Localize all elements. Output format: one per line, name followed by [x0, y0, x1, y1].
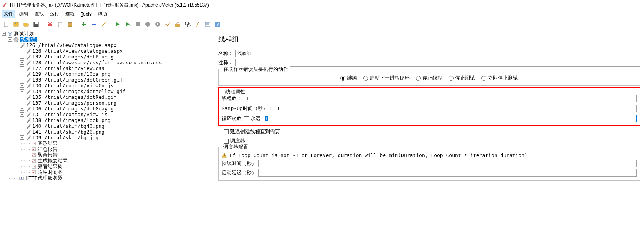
menu-help[interactable]: 帮助 [95, 10, 109, 18]
tree-sampler[interactable]: +134 /trial/images/dotYellow.gif [2, 88, 214, 94]
templates-button[interactable] [12, 20, 21, 29]
start-no-timers-button[interactable] [123, 20, 132, 29]
delay-create-checkbox[interactable] [224, 129, 229, 134]
expander-icon[interactable]: + [20, 83, 24, 88]
radio-icon[interactable] [416, 76, 421, 81]
collapse-icon[interactable]: − [8, 37, 12, 42]
tree-listener[interactable]: ····生成概要结果 [2, 158, 214, 164]
new-button[interactable] [2, 20, 11, 29]
tree-sampler[interactable]: +135 /trial/images/dotRed.gif [2, 94, 214, 100]
expander-icon[interactable]: + [20, 89, 24, 93]
duration-input[interactable] [258, 160, 637, 167]
clear-all-button[interactable] [173, 20, 182, 29]
svg-point-30 [29, 72, 31, 73]
expander-icon[interactable]: − [14, 43, 18, 47]
remove-button[interactable] [89, 20, 98, 29]
tree-proxy[interactable]: ···· HTTP代理服务器 [2, 175, 214, 181]
add-button[interactable] [79, 20, 88, 29]
tree-listener[interactable]: ····汇总报告 [2, 146, 214, 152]
search-button[interactable] [183, 20, 192, 29]
menu-file[interactable]: 文件 [2, 10, 15, 18]
on-error-option[interactable]: 停止线程 [416, 75, 442, 82]
save-button[interactable] [32, 20, 41, 29]
start-button[interactable] [113, 20, 122, 29]
tree-sampler[interactable]: −126 /trial/view/catalogue.aspx [2, 42, 214, 48]
delay-create-row[interactable]: 延迟创建线程直到需要 [224, 128, 640, 135]
radio-icon[interactable] [449, 76, 454, 81]
tree-sampler[interactable]: +131 /trial/common/view.js [2, 112, 214, 117]
expander-icon[interactable]: + [20, 130, 24, 134]
tree-thread-group[interactable]: − 线程组 [2, 37, 214, 42]
loop-input[interactable]: 1 [263, 115, 637, 122]
menu-edit[interactable]: 编辑 [17, 10, 31, 18]
on-error-option[interactable]: 立即停止测试 [481, 75, 518, 82]
tree-root[interactable]: − 测试计划 [2, 31, 214, 37]
on-error-option[interactable]: 停止测试 [449, 75, 475, 82]
tree-sampler[interactable]: +126 /trial/view/catalogue.aspx [2, 48, 214, 54]
menu-run[interactable]: 运行 [48, 10, 62, 18]
tree-sampler[interactable]: +141 /trial/skin/bg20.png [2, 129, 214, 135]
help-button[interactable]: ? [213, 20, 222, 29]
tree-sampler[interactable]: +138 /trial/images/lock.png [2, 117, 214, 123]
reset-search-button[interactable] [193, 20, 202, 29]
expander-icon[interactable]: + [20, 112, 24, 117]
clear-button[interactable] [163, 20, 172, 29]
menu-options[interactable]: 选项 [63, 10, 77, 18]
scheduler-row[interactable]: 调度器 [224, 137, 640, 144]
tree-listener[interactable]: ····察看结果树 [2, 164, 214, 169]
shutdown-button[interactable] [143, 20, 152, 29]
forever-checkbox[interactable] [244, 116, 249, 121]
svg-point-34 [29, 95, 31, 97]
cut-button[interactable] [45, 20, 55, 29]
on-error-option[interactable]: 继续 [340, 75, 357, 82]
tree-pane[interactable]: − 测试计划 − 线程组 −126 /trial/view/catalogue.… [0, 30, 214, 247]
svg-point-32 [29, 83, 31, 85]
tree-sampler[interactable]: +132 /trial/images/dotBlue.gif [2, 54, 214, 60]
menu-tools[interactable]: Tools [78, 11, 94, 18]
tree-listener[interactable]: ····响应时间图 [2, 169, 214, 175]
tree-listener[interactable]: ····聚合报告 [2, 152, 214, 158]
expander-icon[interactable]: + [20, 124, 24, 128]
tree-listener[interactable]: ····图形结果 [2, 140, 214, 146]
startup-delay-input[interactable] [258, 169, 637, 177]
app-icon [2, 2, 8, 8]
expander-icon[interactable]: + [20, 60, 24, 65]
expander-icon[interactable]: + [20, 49, 24, 53]
radio-icon[interactable] [481, 76, 486, 81]
expander-icon[interactable]: + [20, 118, 24, 122]
tree-sampler[interactable]: +127 /trial/skin/view.css [2, 65, 214, 71]
expander-icon[interactable]: + [20, 66, 24, 70]
radio-icon[interactable] [340, 76, 345, 81]
wand-button[interactable] [99, 20, 108, 29]
scheduler-checkbox[interactable] [224, 139, 229, 144]
expander-icon[interactable]: + [20, 78, 24, 82]
expander-icon[interactable]: + [20, 72, 24, 76]
tree-sampler[interactable]: +139 /trial/skin/bg.jpg [2, 135, 214, 140]
comment-input[interactable] [235, 59, 640, 67]
expander-icon[interactable]: + [20, 107, 24, 111]
paste-button[interactable] [65, 20, 75, 29]
name-input[interactable] [235, 50, 640, 57]
copy-button[interactable] [55, 20, 65, 29]
remote-stop-button[interactable] [153, 20, 162, 29]
expander-icon[interactable]: + [20, 135, 24, 140]
radio-icon[interactable] [363, 76, 368, 81]
tree-sampler[interactable]: +137 /trial/images/person.png [2, 100, 214, 106]
expander-icon[interactable]: + [20, 101, 24, 105]
tree-sampler[interactable]: +140 /trial/skin/bg40.png [2, 123, 214, 129]
stop-button[interactable] [133, 20, 142, 29]
collapse-icon[interactable]: − [2, 32, 6, 36]
menu-search[interactable]: 查找 [32, 10, 46, 18]
tree-sampler[interactable]: +130 /trial/common/viewCn.js [2, 83, 214, 88]
tree-sampler[interactable]: +136 /trial/images/dotGray.gif [2, 106, 214, 112]
open-button[interactable] [22, 20, 31, 29]
tree-sampler[interactable]: +128 /trial/awesome/css/font-awesome.min… [2, 60, 214, 65]
tree-sampler[interactable]: +133 /trial/images/dotGreen.gif [2, 77, 214, 83]
expander-icon[interactable]: + [20, 95, 24, 99]
expander-icon[interactable]: + [20, 55, 24, 59]
rampup-input[interactable] [275, 105, 637, 112]
on-error-option[interactable]: 启动下一进程循环 [363, 75, 410, 82]
tree-sampler[interactable]: +129 /trial/common/10oa.png [2, 71, 214, 77]
threads-input[interactable] [244, 95, 637, 102]
function-helper-button[interactable] [203, 20, 212, 29]
